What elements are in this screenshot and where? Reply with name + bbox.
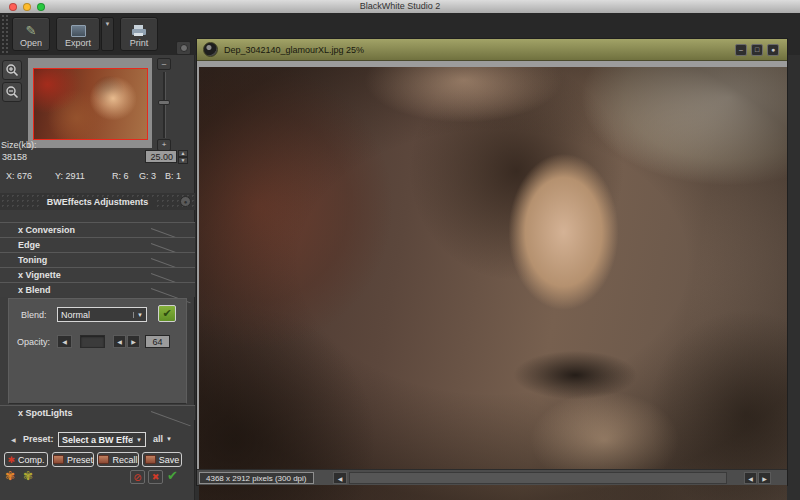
zoom-level-stepper: ▲ ▼ bbox=[178, 150, 188, 163]
section-spotlights[interactable]: x SpotLights bbox=[0, 405, 195, 420]
image-window-title: Dep_3042140_glamourXL.jpg 25% bbox=[224, 45, 364, 55]
opacity-slider-track[interactable] bbox=[80, 335, 105, 348]
chevron-down-icon: ▼ bbox=[133, 312, 143, 318]
zoom-level-input[interactable]: 25.00 bbox=[145, 150, 177, 163]
export-button[interactable]: Export bbox=[56, 17, 100, 51]
adjustments-header-label: BWEffects Adjustments bbox=[41, 197, 155, 207]
image-minimize-button[interactable]: – bbox=[735, 44, 747, 56]
left-panel: – + Size(kb): 38158 25.00 ▲ ▼ X: 676 Y: … bbox=[0, 55, 195, 500]
preset-filter-select[interactable]: all ▼ bbox=[153, 434, 172, 444]
collapse-icon bbox=[180, 44, 188, 52]
blend-label: Blend: bbox=[21, 310, 47, 320]
dot-icon: ● bbox=[771, 46, 775, 53]
coord-b-value: B: 1 bbox=[165, 171, 181, 181]
zoom-slider-handle[interactable] bbox=[158, 100, 170, 105]
scroll-left-end-button[interactable]: ◀ bbox=[744, 472, 757, 484]
preset-collapse-button[interactable]: ◀ bbox=[11, 436, 16, 443]
image-close-button[interactable]: ● bbox=[767, 44, 779, 56]
zoom-in-button[interactable] bbox=[2, 60, 22, 80]
toolbar-gripper[interactable] bbox=[0, 13, 10, 55]
reset-button[interactable]: ⊘ bbox=[130, 470, 145, 484]
section-conversion[interactable]: x Conversion bbox=[0, 222, 195, 237]
image-statusbar: 4368 x 2912 pixels (300 dpi) ◀ ◀ ▶ bbox=[197, 469, 787, 485]
save-icon bbox=[145, 455, 156, 464]
check-icon: ✔ bbox=[167, 468, 178, 483]
open-icon: ✎ bbox=[26, 24, 37, 38]
panel-collapse-button[interactable] bbox=[176, 41, 191, 55]
scroll-left-button[interactable]: ◀ bbox=[333, 472, 347, 484]
stepper-down-icon[interactable]: ▼ bbox=[178, 157, 188, 164]
recall-icon bbox=[98, 455, 109, 464]
orange-effect-button[interactable]: ✾ bbox=[5, 469, 15, 483]
image-window: Dep_3042140_glamourXL.jpg 25% – □ ● 4368… bbox=[196, 38, 788, 486]
app-title: BlackWhite Studio 2 bbox=[0, 1, 800, 11]
chevron-down-icon: ▼ bbox=[132, 437, 142, 443]
horizontal-scrollbar-track[interactable] bbox=[349, 472, 727, 484]
comp-button[interactable]: ✱ Comp. bbox=[4, 452, 48, 467]
navigator-thumbnail[interactable] bbox=[33, 68, 148, 140]
magnifier-minus-icon bbox=[5, 85, 19, 99]
flower-icon: ✾ bbox=[5, 469, 15, 483]
zoom-slider-track[interactable] bbox=[163, 72, 166, 138]
minus-icon: – bbox=[162, 59, 166, 68]
opacity-label: Opacity: bbox=[17, 337, 50, 347]
flower-icon: ✾ bbox=[23, 469, 33, 483]
section-vignette[interactable]: x Vignette bbox=[0, 267, 195, 282]
confirm-button[interactable]: ✔ bbox=[167, 468, 178, 483]
delete-button[interactable]: ✖ bbox=[148, 470, 163, 484]
app-window: BlackWhite Studio 2 ✎ Open Export ▼ Prin… bbox=[0, 0, 800, 500]
divider bbox=[151, 411, 191, 426]
export-button-label: Export bbox=[65, 38, 91, 48]
opacity-increment-button[interactable]: ▶ bbox=[127, 335, 140, 348]
preset-select[interactable]: Select a BW Effect ▼ bbox=[58, 432, 146, 447]
section-blend[interactable]: x Blend bbox=[0, 282, 195, 297]
coord-g-value: G: 3 bbox=[139, 171, 156, 181]
blend-mode-select[interactable]: Normal ▼ bbox=[57, 307, 147, 322]
no-entry-icon: ⊘ bbox=[133, 472, 141, 483]
export-icon bbox=[71, 25, 86, 37]
export-dropdown-arrow[interactable]: ▼ bbox=[101, 17, 114, 51]
left-arrow-icon: ◀ bbox=[748, 475, 753, 482]
coord-r-value: R: 6 bbox=[112, 171, 129, 181]
open-button[interactable]: ✎ Open bbox=[12, 17, 50, 51]
opacity-back-button[interactable]: ◀ bbox=[57, 335, 72, 348]
zoom-out-button[interactable] bbox=[2, 82, 22, 102]
cross-icon: ✖ bbox=[152, 472, 160, 482]
size-label: Size(kb): bbox=[1, 140, 37, 150]
scroll-right-end-button[interactable]: ▶ bbox=[758, 472, 771, 484]
open-button-label: Open bbox=[20, 38, 42, 48]
stepper-up-icon[interactable]: ▲ bbox=[178, 150, 188, 157]
panel-options-button[interactable]: ● bbox=[180, 196, 191, 207]
image-window-titlebar[interactable]: Dep_3042140_glamourXL.jpg 25% bbox=[197, 39, 787, 61]
chevron-left-icon: ◀ bbox=[11, 437, 16, 443]
coord-y-value: Y: 2911 bbox=[55, 171, 85, 181]
right-arrow-icon: ▶ bbox=[762, 475, 767, 482]
preset-icon bbox=[53, 455, 64, 464]
minus-icon: – bbox=[739, 46, 743, 53]
size-value: 38158 bbox=[2, 152, 27, 162]
green-effect-button[interactable]: ✾ bbox=[23, 469, 33, 483]
check-icon: ✔ bbox=[162, 307, 171, 320]
chevron-down-icon: ▼ bbox=[105, 21, 111, 27]
opacity-value-input[interactable]: 64 bbox=[145, 335, 170, 348]
zoom-slider-minus-button[interactable]: – bbox=[157, 58, 171, 70]
opacity-decrement-button[interactable]: ◀ bbox=[113, 335, 126, 348]
magnifier-plus-icon bbox=[5, 63, 19, 77]
blend-panel: Blend: Normal ▼ ✔ Opacity: ◀ ◀ ▶ 64 bbox=[8, 298, 187, 404]
image-maximize-button[interactable]: □ bbox=[751, 44, 763, 56]
preset-label: Preset: bbox=[23, 434, 54, 444]
right-arrow-icon: ▶ bbox=[131, 338, 136, 345]
left-arrow-icon: ◀ bbox=[117, 338, 122, 345]
recall-button[interactable]: Recall bbox=[97, 452, 139, 467]
print-button[interactable]: Print bbox=[120, 17, 158, 51]
preset-button[interactable]: Preset bbox=[52, 452, 94, 467]
blend-apply-button[interactable]: ✔ bbox=[158, 305, 176, 322]
section-toning[interactable]: Toning bbox=[0, 252, 195, 267]
coord-x-value: X: 676 bbox=[6, 171, 32, 181]
comp-icon: ✱ bbox=[7, 455, 15, 465]
image-dimensions-label: 4368 x 2912 pixels (300 dpi) bbox=[199, 472, 314, 484]
section-edge[interactable]: Edge bbox=[0, 237, 195, 252]
save-button[interactable]: Save bbox=[142, 452, 182, 467]
left-arrow-icon: ◀ bbox=[338, 475, 343, 482]
image-canvas[interactable] bbox=[199, 67, 787, 500]
